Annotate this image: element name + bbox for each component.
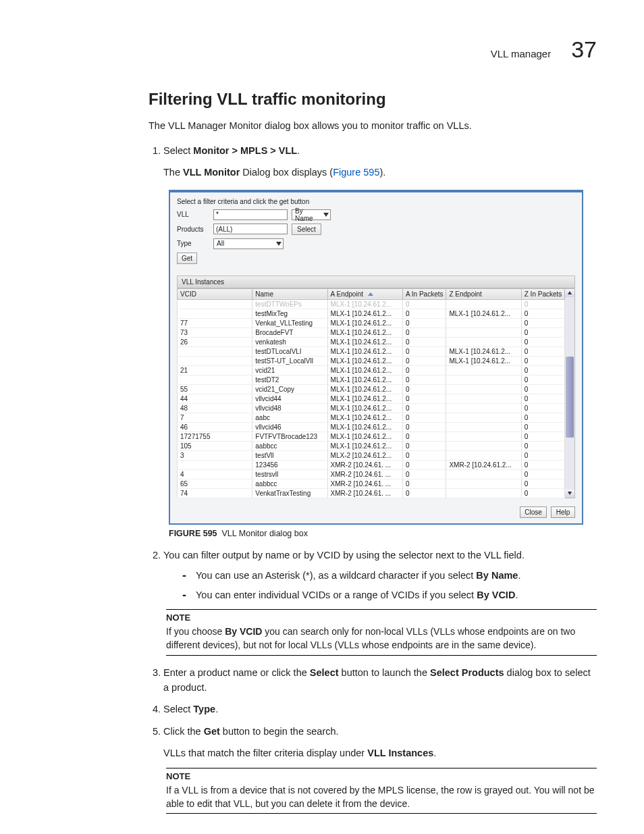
table-row[interactable]: 73BrocadeFVTMLX-1 [10.24.61.2...00 bbox=[178, 328, 565, 337]
step-1: Select Monitor > MPLS > VLL. The VLL Mon… bbox=[163, 143, 597, 180]
col-vcid[interactable]: VCID bbox=[178, 288, 252, 299]
get-button[interactable]: Get bbox=[177, 253, 197, 264]
cell-name: vllvcid44 bbox=[252, 394, 327, 403]
cell-aep: MLX-1 [10.24.61.2... bbox=[327, 346, 402, 356]
scroll-thumb[interactable] bbox=[566, 357, 574, 438]
table-row[interactable]: testMixTegMLX-1 [10.24.61.2...0MLX-1 [10… bbox=[178, 309, 565, 318]
table-row[interactable]: 65aabbccXMR-2 [10.24.61. ...00 bbox=[178, 479, 565, 488]
step-2-dash-2-post: . bbox=[515, 590, 518, 600]
table-row[interactable]: 46vllvcid46MLX-1 [10.24.61.2...00 bbox=[178, 422, 565, 432]
table-row[interactable]: 105aabbccMLX-1 [10.24.61.2...00 bbox=[178, 441, 565, 450]
cell-name: vcid21_Copy bbox=[252, 384, 327, 394]
cell-vcid bbox=[178, 375, 252, 384]
note-1-body: If you choose By VCID you can search onl… bbox=[166, 625, 597, 652]
table-row[interactable]: 17271755FVTFVTBrocade123MLX-1 [10.24.61.… bbox=[178, 432, 565, 441]
cell-zin: 0 bbox=[521, 365, 565, 375]
table-row[interactable]: 123456XMR-2 [10.24.61. ...0XMR-2 [10.24.… bbox=[178, 460, 565, 469]
col-a-endpoint[interactable]: A Endpoint bbox=[327, 288, 402, 299]
table-row[interactable]: 3testVllMLX-2 [10.24.61.2...00 bbox=[178, 450, 565, 460]
cell-vcid: 73 bbox=[178, 328, 252, 337]
cell-vcid: 3 bbox=[178, 450, 252, 460]
cell-aep: MLX-1 [10.24.61.2... bbox=[327, 441, 402, 450]
step-5-sub-pre: VLLs that match the filter criteria disp… bbox=[163, 748, 367, 758]
cell-zin: 0 bbox=[521, 384, 565, 394]
cell-aep: MLX-1 [10.24.61.2... bbox=[327, 422, 402, 432]
figure-link[interactable]: Figure 595 bbox=[333, 167, 379, 178]
cell-zep bbox=[446, 432, 521, 441]
page-heading: Filtering VLL traffic monitoring bbox=[149, 90, 597, 109]
vll-mode-dropdown[interactable]: By Name bbox=[292, 209, 331, 220]
vll-instances-table: VCID Name A Endpoint A In Packets Z Endp… bbox=[177, 288, 565, 498]
note-2: NOTE If a VLL is from a device that is n… bbox=[166, 768, 597, 814]
step-1-pre: Select bbox=[163, 145, 193, 156]
cell-aep: MLX-1 [10.24.61.2... bbox=[327, 328, 402, 337]
cell-ain: 0 bbox=[402, 337, 446, 346]
sort-asc-icon bbox=[368, 292, 373, 296]
step-1-sub-bold: VLL Monitor bbox=[183, 167, 240, 178]
cell-vcid: 26 bbox=[178, 337, 252, 346]
step-4-pre: Select bbox=[163, 704, 193, 714]
col-z-in-packets[interactable]: Z In Packets bbox=[521, 288, 565, 299]
col-a-in-packets[interactable]: A In Packets bbox=[402, 288, 446, 299]
table-row[interactable]: testDT2MLX-1 [10.24.61.2...00 bbox=[178, 375, 565, 384]
scroll-up-icon[interactable] bbox=[565, 289, 574, 297]
cell-aep: MLX-1 [10.24.61.2... bbox=[327, 413, 402, 422]
cell-zin: 0 bbox=[521, 441, 565, 450]
vll-input[interactable] bbox=[213, 209, 288, 220]
chevron-down-icon bbox=[276, 242, 281, 246]
table-row[interactable]: 77Venkat_VLLTestingMLX-1 [10.24.61.2...0… bbox=[178, 318, 565, 328]
step-4-bold: Type bbox=[193, 704, 215, 714]
cell-vcid: 105 bbox=[178, 441, 252, 450]
cell-vcid: 55 bbox=[178, 384, 252, 394]
cell-zep bbox=[446, 450, 521, 460]
cell-name: aabbcc bbox=[252, 441, 327, 450]
table-row[interactable]: 21vcid21MLX-1 [10.24.61.2...00 bbox=[178, 365, 565, 375]
col-name[interactable]: Name bbox=[252, 288, 327, 299]
cell-ain: 0 bbox=[402, 299, 446, 309]
cell-ain: 0 bbox=[402, 365, 446, 375]
figure-caption-line: FIGURE 595 VLL Monitor dialog box bbox=[169, 529, 597, 538]
running-header: VLL manager bbox=[491, 48, 552, 59]
cell-aep: MLX-1 [10.24.61.2... bbox=[327, 375, 402, 384]
table-row[interactable]: testDTTWoEPsMLX-1 [10.24.61.2...00 bbox=[178, 299, 565, 309]
col-z-endpoint[interactable]: Z Endpoint bbox=[446, 288, 521, 299]
cell-zep bbox=[446, 318, 521, 328]
table-row[interactable]: 26venkateshMLX-1 [10.24.61.2...00 bbox=[178, 337, 565, 346]
cell-vcid bbox=[178, 460, 252, 469]
close-button[interactable]: Close bbox=[520, 506, 547, 518]
page-number: 37 bbox=[571, 36, 597, 63]
note-1-bold: By VCID bbox=[225, 626, 262, 637]
cell-ain: 0 bbox=[402, 318, 446, 328]
table-row[interactable]: 4testrsvllXMR-2 [10.24.61. ...00 bbox=[178, 469, 565, 479]
cell-zin: 0 bbox=[521, 309, 565, 318]
cell-aep: XMR-2 [10.24.61. ... bbox=[327, 488, 402, 498]
vertical-scrollbar[interactable] bbox=[565, 288, 575, 498]
table-row[interactable]: 44vllvcid44MLX-1 [10.24.61.2...00 bbox=[178, 394, 565, 403]
table-row[interactable]: 7aabcMLX-1 [10.24.61.2...00 bbox=[178, 413, 565, 422]
scroll-down-icon[interactable] bbox=[565, 490, 574, 498]
table-row[interactable]: testST-UT_LocalVllMLX-1 [10.24.61.2...0M… bbox=[178, 356, 565, 365]
table-row[interactable]: 48vllvcid48MLX-1 [10.24.61.2...00 bbox=[178, 403, 565, 413]
help-button[interactable]: Help bbox=[551, 506, 575, 518]
step-3-pre: Enter a product name or click the bbox=[163, 667, 310, 678]
cell-zep bbox=[446, 488, 521, 498]
step-1-sub-mid: Dialog box displays ( bbox=[240, 167, 333, 178]
select-button[interactable]: Select bbox=[292, 224, 321, 235]
cell-name: venkatesh bbox=[252, 337, 327, 346]
cell-aep: MLX-2 [10.24.61.2... bbox=[327, 450, 402, 460]
step-4: Select Type. bbox=[163, 702, 597, 716]
step-3-bold1: Select bbox=[310, 667, 339, 678]
type-dropdown[interactable]: All bbox=[213, 238, 284, 249]
step-2-dash-1: You can use an Asterisk (*), as a wildca… bbox=[182, 568, 597, 583]
cell-name: testVll bbox=[252, 450, 327, 460]
table-row[interactable]: 74VenkatTraxTestingXMR-2 [10.24.61. ...0… bbox=[178, 488, 565, 498]
table-row[interactable]: testDTLocalVLlMLX-1 [10.24.61.2...0MLX-1… bbox=[178, 346, 565, 356]
note-2-label: NOTE bbox=[166, 771, 597, 783]
cell-name: testDTLocalVLl bbox=[252, 346, 327, 356]
cell-ain: 0 bbox=[402, 460, 446, 469]
cell-zep bbox=[446, 441, 521, 450]
cell-ain: 0 bbox=[402, 309, 446, 318]
table-row[interactable]: 55vcid21_CopyMLX-1 [10.24.61.2...00 bbox=[178, 384, 565, 394]
products-label: Products bbox=[177, 226, 209, 233]
step-2-dash-2-pre: You can enter individual VCIDs or a rang… bbox=[196, 590, 477, 600]
